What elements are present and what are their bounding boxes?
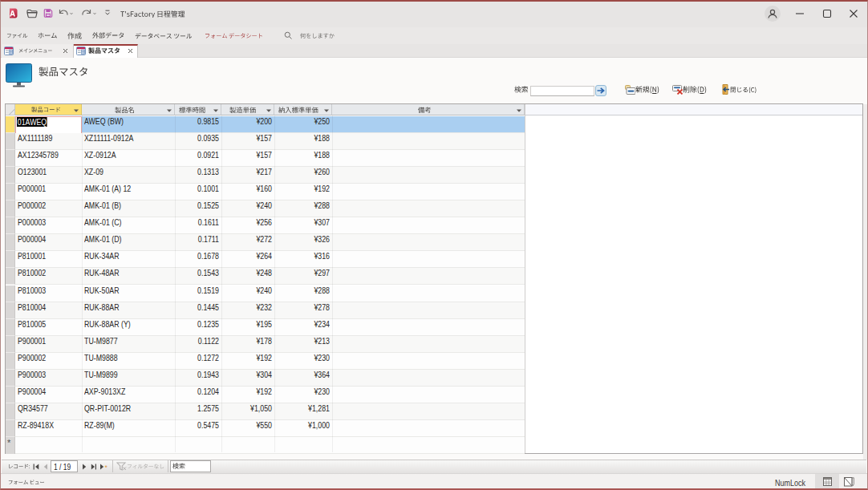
svg-text:*: * <box>105 464 108 470</box>
